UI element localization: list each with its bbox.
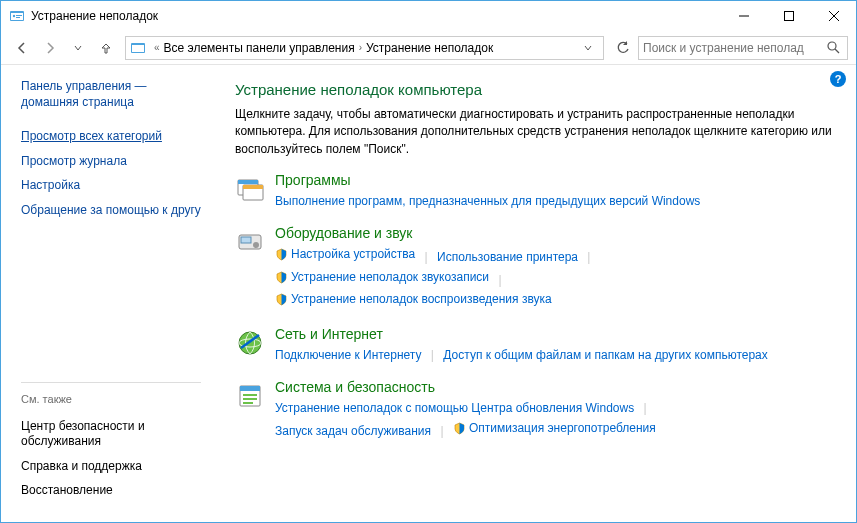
shield-icon <box>275 293 288 306</box>
task-audio-record[interactable]: Устранение неполадок звукозаписи <box>275 268 489 287</box>
svg-rect-23 <box>240 386 260 391</box>
task-audio-play[interactable]: Устранение неполадок воспроизведения зву… <box>275 290 552 309</box>
task-device-config[interactable]: Настройка устройства <box>275 245 415 264</box>
svg-rect-25 <box>243 398 257 400</box>
separator: | <box>492 273 507 287</box>
separator: | <box>419 250 434 264</box>
breadcrumb-part-2[interactable]: Устранение неполадок <box>366 41 493 55</box>
sidebar-get-help[interactable]: Обращение за помощью к другу <box>21 203 201 219</box>
help-icon[interactable]: ? <box>830 71 846 87</box>
svg-rect-26 <box>243 402 253 404</box>
page-title: Устранение неполадок компьютера <box>235 81 834 98</box>
task-connect-internet[interactable]: Подключение к Интернету <box>275 346 422 365</box>
maximize-button[interactable] <box>766 1 811 31</box>
hardware-icon <box>235 227 265 257</box>
task-maintenance[interactable]: Запуск задач обслуживания <box>275 422 431 441</box>
svg-rect-18 <box>241 237 251 243</box>
svg-rect-3 <box>16 15 22 16</box>
troubleshoot-window: Устранение неполадок <box>0 0 857 523</box>
back-button[interactable] <box>9 35 35 61</box>
navbar: « Все элементы панели управления › Устра… <box>1 31 856 65</box>
window-title: Устранение неполадок <box>31 9 158 23</box>
sidebar-home-link[interactable]: Панель управления — домашняя страница <box>21 79 201 110</box>
svg-rect-24 <box>243 394 257 396</box>
category-network: Сеть и Интернет Подключение к Интернету … <box>235 326 834 365</box>
separator: | <box>425 348 440 362</box>
history-dropdown[interactable] <box>65 35 91 61</box>
task-shared-folders[interactable]: Доступ к общим файлам и папкам на других… <box>443 346 767 365</box>
titlebar: Устранение неполадок <box>1 1 856 31</box>
breadcrumb-icon <box>130 40 146 56</box>
separator: | <box>638 401 653 415</box>
breadcrumb[interactable]: « Все элементы панели управления › Устра… <box>125 36 604 60</box>
separator: | <box>581 250 596 264</box>
minimize-button[interactable] <box>721 1 766 31</box>
task-power-optimize[interactable]: Оптимизация энергопотребления <box>453 419 656 438</box>
sidebar-all-categories[interactable]: Просмотр всех категорий <box>21 129 201 145</box>
sidebar: Панель управления — домашняя страница Пр… <box>1 65 211 522</box>
forward-button[interactable] <box>37 35 63 61</box>
shield-icon <box>275 248 288 261</box>
category-system: Система и безопасность Устранение непола… <box>235 379 834 440</box>
category-hardware: Оборудование и звук Настройка устройства… <box>235 225 834 312</box>
window-buttons <box>721 1 856 31</box>
task-windows-update[interactable]: Устранение неполадок с помощью Центра об… <box>275 399 634 418</box>
close-button[interactable] <box>811 1 856 31</box>
shield-icon <box>275 271 288 284</box>
svg-rect-16 <box>243 185 263 189</box>
see-also-security[interactable]: Центр безопасности и обслуживания <box>21 419 201 450</box>
see-also-recovery[interactable]: Восстановление <box>21 483 201 499</box>
task-compat-programs[interactable]: Выполнение программ, предназначенных для… <box>275 192 700 211</box>
system-icon <box>235 381 265 411</box>
see-also-section: Центр безопасности и обслуживания Справк… <box>21 419 201 508</box>
breadcrumb-dropdown[interactable] <box>583 43 601 53</box>
svg-point-2 <box>13 15 15 17</box>
search-icon[interactable] <box>827 41 843 54</box>
category-programs: Программы Выполнение программ, предназна… <box>235 172 834 211</box>
svg-rect-4 <box>16 17 20 18</box>
task-printer[interactable]: Использование принтера <box>437 248 578 267</box>
category-hardware-title[interactable]: Оборудование и звук <box>275 225 834 241</box>
see-also-header: См. также <box>21 382 201 405</box>
programs-icon <box>235 174 265 204</box>
refresh-button[interactable] <box>610 35 636 61</box>
main-content: Устранение неполадок компьютера Щелкните… <box>211 65 856 522</box>
sidebar-settings[interactable]: Настройка <box>21 178 201 194</box>
breadcrumb-sep: « <box>150 42 164 53</box>
chevron-right-icon: › <box>355 42 366 53</box>
svg-rect-10 <box>132 45 144 52</box>
svg-rect-6 <box>784 12 793 21</box>
body: ? Панель управления — домашняя страница … <box>1 65 856 522</box>
svg-rect-14 <box>238 180 258 184</box>
category-network-title[interactable]: Сеть и Интернет <box>275 326 834 342</box>
sidebar-view-log[interactable]: Просмотр журнала <box>21 154 201 170</box>
see-also-support[interactable]: Справка и поддержка <box>21 459 201 475</box>
svg-rect-1 <box>11 13 23 20</box>
category-system-title[interactable]: Система и безопасность <box>275 379 834 395</box>
breadcrumb-part-1[interactable]: Все элементы панели управления <box>164 41 355 55</box>
svg-point-19 <box>253 242 259 248</box>
search-input[interactable]: Поиск и устранение неполад <box>638 36 848 60</box>
svg-point-11 <box>828 42 836 50</box>
category-programs-title[interactable]: Программы <box>275 172 834 188</box>
svg-line-12 <box>835 49 839 53</box>
page-description: Щелкните задачу, чтобы автоматически диа… <box>235 106 834 158</box>
app-icon <box>9 8 25 24</box>
search-placeholder: Поиск и устранение неполад <box>643 41 827 55</box>
network-icon <box>235 328 265 358</box>
shield-icon <box>453 422 466 435</box>
up-button[interactable] <box>93 35 119 61</box>
separator: | <box>434 424 449 438</box>
